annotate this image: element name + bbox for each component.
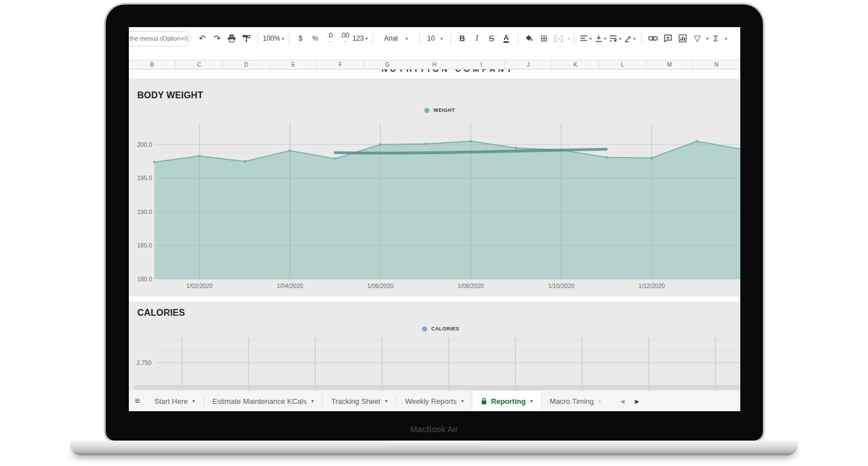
font-family-select[interactable]: Arial▾ <box>377 31 415 46</box>
text-rotation-icon[interactable]: ▾ <box>623 31 637 46</box>
insert-comment-icon[interactable] <box>661 31 675 46</box>
sheet-cell-row[interactable]: NUTRITION COMPANY <box>129 69 740 79</box>
tabs-scroll-left-icon[interactable]: ◀ <box>615 398 630 404</box>
chevron-down-icon: ▾ <box>589 36 592 41</box>
svg-text:1/04/2020: 1/04/2020 <box>277 282 303 289</box>
print-icon[interactable] <box>225 31 238 46</box>
toolbar-divider <box>372 33 373 44</box>
formula-bar-gap <box>129 50 740 60</box>
insert-link-icon[interactable] <box>646 31 660 46</box>
column-header-J[interactable]: J <box>505 60 552 69</box>
svg-text:1/10/2020: 1/10/2020 <box>548 282 575 289</box>
tab-scroll-arrows: ◀▶ <box>615 398 644 404</box>
chevron-down-icon: ▾ <box>440 36 442 41</box>
svg-text:1/12/2020: 1/12/2020 <box>639 282 665 289</box>
toolbar-divider <box>258 33 258 44</box>
panel-divider <box>129 297 740 302</box>
body-weight-title: BODY WEIGHT <box>137 90 203 101</box>
toolbar-divider <box>419 33 420 44</box>
sheets-toolbar: ↶ ↷ 100%▾ $ % .0← .00→ <box>129 27 740 50</box>
company-title-text: NUTRITION COMPANY <box>381 69 515 73</box>
text-color-button[interactable]: A <box>500 31 513 46</box>
format-currency-button[interactable]: $ <box>294 31 307 46</box>
all-sheets-menu-icon[interactable]: ≡ <box>129 396 146 406</box>
calories-legend-dot-icon <box>422 326 427 332</box>
font-size-select[interactable]: 10▾ <box>424 31 446 46</box>
svg-text:1/02/2020: 1/02/2020 <box>186 282 213 289</box>
column-header-K[interactable]: K <box>552 60 599 69</box>
chevron-down-icon: ▾ <box>598 398 601 404</box>
sheet-tab-tracking-sheet[interactable]: Tracking Sheet▾ <box>323 391 396 411</box>
column-header-M[interactable]: M <box>646 60 693 69</box>
google-sheets-screen: ↶ ↷ 100%▾ $ % .0← .00→ <box>129 27 740 411</box>
sheet-tab-label: Weekly Reports <box>405 397 457 406</box>
calories-legend: CALORIES <box>422 326 459 332</box>
column-header-H[interactable]: H <box>411 60 458 69</box>
horizontal-align-icon[interactable]: ▾ <box>579 31 593 46</box>
chevron-down-icon: ▾ <box>604 36 606 41</box>
fill-color-icon[interactable] <box>523 31 536 46</box>
undo-icon[interactable]: ↶ <box>196 31 209 46</box>
redo-icon[interactable]: ↷ <box>210 31 224 46</box>
calories-legend-label: CALORIES <box>431 326 459 332</box>
body-weight-chart-panel[interactable]: BODY WEIGHT WEIGHT 1/02/20201/04/20201/0… <box>129 79 740 297</box>
filter-icon[interactable]: ▽ <box>691 31 704 46</box>
borders-icon[interactable]: ⊞ <box>537 31 551 46</box>
sheet-tab-estimate-maintenance-kcals[interactable]: Estimate Maintenance KCals▾ <box>204 391 322 411</box>
sheet-tab-bar: ≡ Start Here▾Estimate Maintenance KCals▾… <box>129 391 740 411</box>
increase-decimal-button[interactable]: .00→ <box>338 31 351 46</box>
chevron-down-icon: ▾ <box>192 398 195 404</box>
zoom-select[interactable]: 100%▾ <box>263 31 284 46</box>
toolbar-divider <box>574 33 575 44</box>
lock-icon <box>481 398 487 405</box>
vertical-align-icon[interactable]: ▾ <box>594 31 607 46</box>
insert-chart-icon[interactable] <box>676 31 689 46</box>
sheet-tab-weekly-reports[interactable]: Weekly Reports▾ <box>397 391 472 411</box>
sheet-tab-label: Tracking Sheet <box>331 397 380 406</box>
arrow-left-icon: ← <box>328 38 332 43</box>
toolbar-divider <box>641 33 642 44</box>
calories-chart[interactable]: 2,750 <box>129 302 740 391</box>
column-header-I[interactable]: I <box>458 60 505 69</box>
column-header-D[interactable]: D <box>223 60 270 69</box>
weight-legend-label: WEIGHT <box>433 107 455 113</box>
page-canvas: ↶ ↷ 100%▾ $ % .0← .00→ <box>0 0 868 466</box>
chevron-down-icon: ▾ <box>366 36 368 41</box>
sheet-tab-label: Estimate Maintenance KCals <box>212 397 307 406</box>
format-percent-button[interactable]: % <box>309 31 322 46</box>
chevron-down-icon: ▾ <box>725 36 727 41</box>
sheet-tab-macro-timing[interactable]: Macro Timing▾ <box>541 391 610 411</box>
sheet-tab-start-here[interactable]: Start Here▾ <box>146 391 203 411</box>
macbook-bezel: ↶ ↷ 100%▾ $ % .0← .00→ <box>106 5 763 441</box>
calories-title: CALORIES <box>137 308 185 318</box>
functions-sigma-icon[interactable]: Σ <box>709 31 723 46</box>
number-format-button[interactable]: 123▾ <box>353 31 368 46</box>
chevron-down-icon: ▾ <box>461 398 464 404</box>
decrease-decimal-button[interactable]: .0← <box>323 31 337 46</box>
italic-button[interactable]: I <box>470 31 484 46</box>
column-header-F[interactable]: F <box>317 60 364 69</box>
column-header-N[interactable]: N <box>693 60 740 69</box>
text-wrap-icon[interactable]: ▾ <box>609 31 622 46</box>
tabs-scroll-right-icon[interactable]: ▶ <box>630 398 644 404</box>
column-header-L[interactable]: L <box>599 60 646 69</box>
svg-text:2,750: 2,750 <box>137 359 151 366</box>
chevron-down-icon: ▾ <box>282 36 284 41</box>
svg-text:180.0: 180.0 <box>137 276 152 282</box>
column-header-B[interactable]: B <box>129 60 176 69</box>
sheet-tab-reporting[interactable]: Reporting▾ <box>472 391 541 411</box>
column-header-C[interactable]: C <box>176 60 223 69</box>
bold-button[interactable]: B <box>455 31 469 46</box>
search-menus-input[interactable] <box>129 31 191 46</box>
chevron-down-icon: ▾ <box>311 398 314 404</box>
column-header-E[interactable]: E <box>270 60 317 69</box>
chevron-down-icon: ▾ <box>619 36 621 41</box>
horizontal-scrollbar[interactable] <box>134 385 740 390</box>
svg-text:1/06/2020: 1/06/2020 <box>367 282 394 289</box>
paint-format-icon[interactable] <box>240 31 253 46</box>
column-header-G[interactable]: G <box>364 60 411 69</box>
calories-chart-panel[interactable]: CALORIES CALORIES 2,750 <box>129 302 740 391</box>
svg-text:190.0: 190.0 <box>137 208 152 215</box>
column-headers-row: BCDEFGHIJKLMN <box>129 60 740 69</box>
strikethrough-button[interactable]: S <box>485 31 498 46</box>
